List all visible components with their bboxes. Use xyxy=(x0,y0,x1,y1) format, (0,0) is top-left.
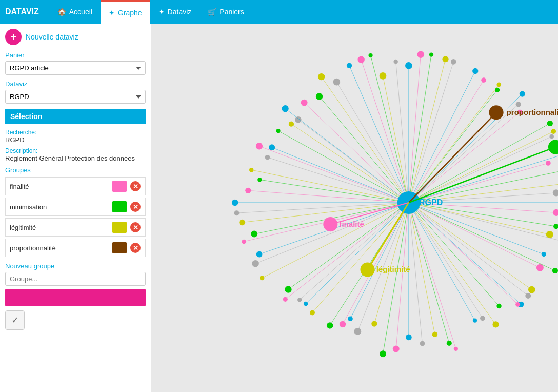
nav-dataviz[interactable]: ✦ Dataviz xyxy=(150,0,200,24)
outer-edge xyxy=(396,62,409,203)
group-row: finalité ✕ xyxy=(5,177,146,195)
outer-edge xyxy=(288,203,409,289)
outer-edge xyxy=(259,146,408,203)
nouveau-groupe-label: Nouveau groupe xyxy=(5,262,146,270)
nav-graphe[interactable]: ✦ Graphe xyxy=(101,0,150,24)
group-color-swatch xyxy=(112,181,127,192)
outer-edge xyxy=(336,82,408,203)
graph-icon: ✦ xyxy=(109,9,115,17)
group-remove-button[interactable]: ✕ xyxy=(130,222,141,233)
plus-icon: + xyxy=(5,29,22,45)
groupes-label: Groupes xyxy=(5,166,146,174)
node-finalite[interactable] xyxy=(323,217,337,231)
brand-logo: DATAVIZ xyxy=(5,7,39,16)
remove-icon: ✕ xyxy=(130,202,141,212)
check-icon: ✓ xyxy=(11,315,19,326)
cart-icon: 🛒 xyxy=(208,8,216,16)
outer-node[interactable] xyxy=(552,268,558,273)
outer-node[interactable] xyxy=(249,168,254,172)
group-name: proportionnalité xyxy=(10,244,112,252)
description-row: Description: Règlement Général Protectio… xyxy=(5,147,146,162)
remove-icon: ✕ xyxy=(130,243,141,253)
remove-icon: ✕ xyxy=(130,181,141,191)
outer-edge xyxy=(322,77,409,203)
dataviz-select[interactable]: RGPD xyxy=(5,90,146,104)
outer-node[interactable] xyxy=(257,178,262,182)
outer-node[interactable] xyxy=(525,293,531,299)
group-row: proportionnalité ✕ xyxy=(5,239,146,257)
new-dataviz-label: Nouvelle dataviz xyxy=(26,33,78,41)
group-color-swatch xyxy=(112,242,127,253)
outer-edge xyxy=(260,180,409,203)
recherche-row: Recherche: RGPD xyxy=(5,128,146,144)
outer-edge xyxy=(409,203,499,306)
new-dataviz-button[interactable]: + Nouvelle dataviz xyxy=(5,29,146,45)
outer-edge xyxy=(409,203,532,290)
outer-edge xyxy=(371,55,409,203)
outer-node[interactable] xyxy=(251,231,257,238)
node-proportionnalite[interactable] xyxy=(489,105,503,120)
outer-edge xyxy=(409,203,528,296)
outer-edge xyxy=(304,103,409,203)
outer-node[interactable] xyxy=(547,121,553,126)
outer-node[interactable] xyxy=(549,134,554,139)
group-name: minimisation xyxy=(10,203,112,211)
group-name: finalité xyxy=(10,183,112,190)
outer-edge xyxy=(409,136,552,203)
outer-edge xyxy=(383,203,409,354)
outer-edge xyxy=(409,112,520,203)
group-remove-button[interactable]: ✕ xyxy=(130,201,141,212)
description-value: Règlement Général Protection des données xyxy=(5,154,135,162)
outer-edge xyxy=(248,190,409,203)
graph-area: RGPD proportionnalité minimisation final… xyxy=(151,24,558,392)
outer-edge xyxy=(409,62,453,203)
outer-node[interactable] xyxy=(285,286,291,292)
outer-edge xyxy=(409,59,446,203)
outer-edge xyxy=(409,104,519,203)
outer-edge xyxy=(361,60,409,203)
outer-edge xyxy=(409,203,540,268)
group-remove-button[interactable]: ✕ xyxy=(130,242,141,253)
outer-edge xyxy=(298,120,408,203)
group-row: légitimité ✕ xyxy=(5,218,146,237)
top-navigation: DATAVIZ 🏠 Accueil ✦ Graphe ✦ Dataviz 🛒 P… xyxy=(0,0,558,24)
outer-node[interactable] xyxy=(333,79,341,86)
label-finalite: finalité xyxy=(339,220,364,228)
outer-edge xyxy=(306,203,409,304)
outer-edge xyxy=(409,203,555,271)
outer-edge xyxy=(291,124,409,203)
outer-node[interactable] xyxy=(551,129,556,134)
recherche-value: RGPD xyxy=(5,136,25,144)
outer-node[interactable] xyxy=(481,77,486,83)
dataviz-label: Dataviz xyxy=(5,80,146,88)
group-remove-button[interactable]: ✕ xyxy=(130,181,141,192)
outer-edge xyxy=(383,76,409,203)
outer-edge xyxy=(409,203,558,241)
nav-paniers[interactable]: 🛒 Paniers xyxy=(200,0,252,24)
outer-node[interactable] xyxy=(528,286,535,293)
outer-edge xyxy=(409,203,449,343)
edges xyxy=(235,54,558,354)
outer-node[interactable] xyxy=(368,53,372,57)
node-minimisation[interactable] xyxy=(548,140,558,154)
label-proportionnalite: proportionnalité xyxy=(507,108,558,116)
group-color-swatch xyxy=(112,201,127,212)
check-button[interactable]: ✓ xyxy=(5,310,25,330)
panier-select[interactable]: RGPD article xyxy=(5,61,146,75)
groupe-input[interactable] xyxy=(5,272,146,286)
description-label: Description: xyxy=(5,147,37,154)
recherche-label: Recherche: xyxy=(5,129,36,136)
outer-edge xyxy=(278,131,409,203)
nav-accueil[interactable]: 🏠 Accueil xyxy=(49,0,101,24)
outer-node[interactable] xyxy=(546,231,553,238)
panier-label: Panier xyxy=(5,51,146,59)
sidebar: + Nouvelle dataviz Panier RGPD article D… xyxy=(0,24,151,392)
outer-node[interactable] xyxy=(252,260,259,267)
node-legitimite[interactable] xyxy=(361,262,375,277)
outer-edge xyxy=(409,54,421,203)
outer-edge xyxy=(409,203,496,324)
color-picker-bar[interactable] xyxy=(5,289,146,306)
outer-node[interactable] xyxy=(282,105,288,112)
main-layout: + Nouvelle dataviz Panier RGPD article D… xyxy=(0,24,558,392)
home-icon: 🏠 xyxy=(57,8,66,16)
